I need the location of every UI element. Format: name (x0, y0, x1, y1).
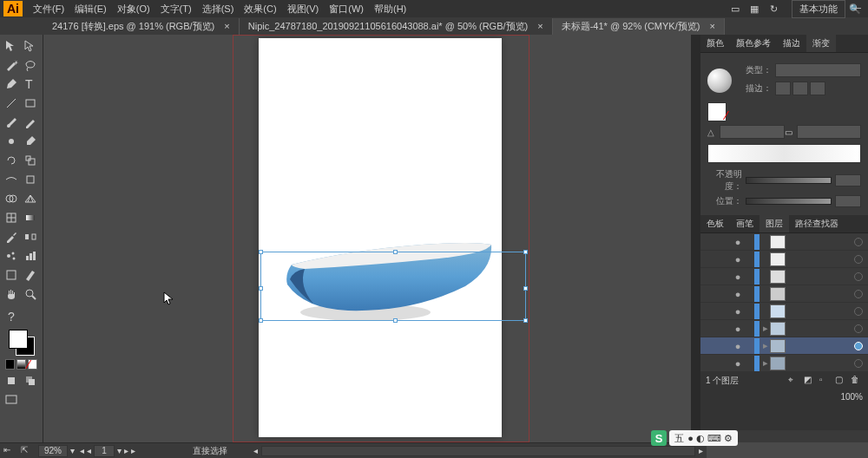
stroke-grad-btn-2[interactable] (792, 82, 808, 95)
visibility-icon[interactable]: ● (732, 324, 744, 334)
graph-tool[interactable] (21, 246, 40, 265)
tab-swatches[interactable]: 色板 (700, 215, 730, 232)
visibility-icon[interactable]: ● (732, 272, 744, 282)
menu-file[interactable]: 文件(F) (28, 1, 69, 17)
menu-type[interactable]: 文字(T) (155, 1, 197, 17)
prev-icon[interactable]: ◂ (87, 446, 91, 455)
tab-layers[interactable]: 图层 (760, 215, 789, 232)
layer-target[interactable] (854, 359, 863, 368)
layer-target[interactable] (854, 307, 863, 316)
next-icon[interactable]: ▸ (124, 446, 128, 455)
layer-target[interactable] (854, 272, 863, 281)
horizontal-scrollbar[interactable] (261, 446, 695, 456)
visibility-icon[interactable]: ● (732, 341, 744, 351)
tab-pathfinder[interactable]: 路径查找器 (789, 215, 845, 232)
type-tool[interactable]: T (21, 75, 40, 94)
tab-stroke[interactable]: 描边 (777, 35, 806, 52)
blob-brush-tool[interactable] (2, 132, 21, 151)
new-layer-icon[interactable]: ▢ (835, 375, 847, 387)
tab-color[interactable]: 颜色 (700, 35, 730, 52)
artboard-tool[interactable] (2, 265, 21, 285)
zoom-input[interactable] (38, 445, 68, 457)
help-tool[interactable]: ? (2, 307, 21, 326)
menu-view[interactable]: 视图(V) (282, 1, 325, 17)
rotate-tool[interactable] (2, 151, 21, 170)
layer-item[interactable]: ● (700, 303, 868, 320)
delete-layer-icon[interactable]: 🗑 (851, 375, 863, 387)
locate-layer-icon[interactable]: ⌖ (788, 375, 800, 387)
menu-effect[interactable]: 效果(C) (239, 1, 281, 17)
layer-item[interactable]: ● (700, 285, 868, 303)
menu-select[interactable]: 选择(S) (197, 1, 240, 17)
gradient-ramp[interactable] (707, 144, 861, 163)
color-mode-gradient[interactable] (16, 359, 26, 370)
opacity-input[interactable] (835, 174, 861, 186)
selection-bounding-box[interactable] (260, 252, 526, 321)
line-tool[interactable] (2, 94, 21, 113)
close-icon[interactable]: × (537, 21, 542, 31)
color-mode-none[interactable]: ⁄ (28, 359, 37, 370)
visibility-icon[interactable]: ● (732, 254, 744, 265)
magic-wand-tool[interactable] (2, 56, 21, 75)
panel-dock[interactable] (691, 35, 700, 442)
layer-target[interactable] (854, 238, 863, 246)
pen-tool[interactable] (2, 75, 21, 94)
mesh-tool[interactable] (2, 208, 21, 227)
scroll-left-icon[interactable]: ◂ (253, 446, 258, 455)
doc-tab[interactable]: Nipic_24787180_20190921105616043088.ai* … (240, 18, 553, 35)
width-tool[interactable] (2, 170, 21, 189)
page-input[interactable] (94, 445, 115, 457)
prev-artboard-icon[interactable]: ◂ (80, 446, 84, 455)
gradient-color-swatch[interactable]: ⁄ (707, 102, 727, 121)
layer-item[interactable]: ●▸ (700, 337, 868, 355)
menu-help[interactable]: 帮助(H) (369, 1, 411, 17)
tab-gradient[interactable]: 渐变 (806, 35, 836, 52)
tab-brushes[interactable]: 画笔 (730, 215, 760, 232)
layer-item[interactable]: ●▸ (700, 355, 868, 372)
layer-target[interactable] (854, 342, 863, 350)
shape-builder-tool[interactable] (2, 189, 21, 208)
layer-item[interactable]: ●▸ (700, 320, 868, 337)
tab-color-guide[interactable]: 颜色参考 (730, 35, 777, 52)
menu-edit[interactable]: 编辑(E) (69, 1, 112, 17)
aspect-input[interactable] (797, 125, 862, 139)
free-transform-tool[interactable] (21, 170, 40, 189)
gradient-type-select[interactable] (775, 63, 861, 77)
chevron-down-icon[interactable]: ▾ (70, 446, 75, 455)
stroke-grad-btn-3[interactable] (810, 82, 825, 95)
color-mode-solid[interactable] (5, 359, 15, 370)
direct-selection-tool[interactable] (21, 36, 40, 56)
scale-tool[interactable] (21, 151, 40, 170)
layer-item[interactable]: ● (700, 251, 868, 268)
slice-tool[interactable] (21, 265, 40, 285)
panel-layout-icon[interactable]: ▭ (727, 1, 743, 16)
stroke-grad-btn-1[interactable] (775, 82, 791, 95)
close-icon[interactable]: × (709, 21, 714, 31)
pencil-tool[interactable] (21, 113, 40, 132)
draw-mode-normal[interactable] (2, 371, 21, 390)
gradient-preview[interactable] (707, 69, 732, 93)
fill-color[interactable] (9, 330, 28, 349)
sync-icon[interactable]: ↻ (766, 1, 781, 16)
chevron-down-icon[interactable]: ▾ (117, 446, 122, 455)
nav-first-icon[interactable]: ⇤ (3, 445, 16, 457)
workspace-switcher[interactable]: 基本功能 (792, 0, 845, 18)
position-input[interactable] (835, 195, 861, 207)
rectangle-tool[interactable] (21, 94, 40, 113)
symbol-sprayer-tool[interactable] (2, 246, 21, 265)
angle-input[interactable] (720, 125, 785, 139)
screen-mode[interactable] (2, 390, 21, 409)
lasso-tool[interactable] (21, 56, 40, 75)
make-clip-icon[interactable]: ◩ (804, 375, 816, 387)
blend-tool[interactable] (21, 227, 40, 246)
arrange-docs-icon[interactable]: ▦ (746, 1, 762, 16)
layer-target[interactable] (854, 290, 863, 298)
layer-target[interactable] (854, 255, 863, 264)
gradient-tool[interactable] (21, 208, 40, 227)
scroll-right-icon[interactable]: ▸ (699, 446, 703, 455)
eyedropper-tool[interactable] (2, 227, 21, 246)
fill-stroke-swatch[interactable] (9, 330, 35, 356)
zoom-tool[interactable] (21, 285, 40, 304)
export-icon[interactable]: ⇱ (21, 445, 33, 457)
selection-tool[interactable] (2, 36, 21, 56)
